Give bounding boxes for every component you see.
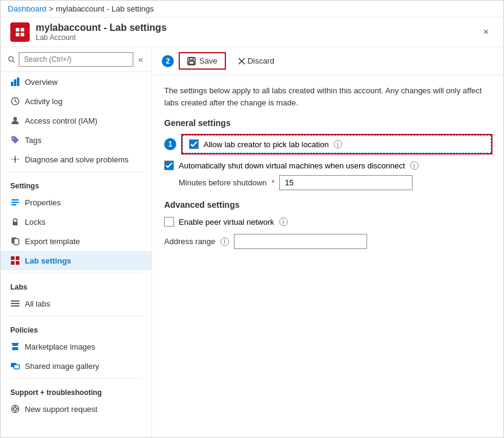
lock-icon [10, 217, 20, 227]
minutes-row: Minutes before shutdown * [164, 175, 491, 190]
info-text: The settings below apply to all labs cre… [164, 85, 491, 108]
title-bar: mylabaccount - Lab settings Lab Account … [1, 18, 503, 47]
sidebar-item-marketplace[interactable]: Marketplace images [1, 337, 151, 356]
sidebar-item-all-labs[interactable]: All labs [1, 294, 151, 313]
close-button[interactable]: × [479, 24, 494, 40]
properties-icon [10, 197, 20, 207]
lab-settings-nav-icon [10, 256, 20, 265]
lab-settings-icon [14, 26, 26, 38]
svg-rect-8 [17, 78, 19, 86]
svg-line-5 [13, 61, 15, 62]
address-info-icon[interactable]: i [220, 237, 229, 246]
breadcrumb: Dashboard > mylabaccount - Lab settings [1, 1, 503, 18]
svg-rect-6 [11, 82, 13, 86]
allow-lab-info-icon[interactable]: i [334, 140, 342, 148]
allow-step-badge: 1 [164, 138, 176, 150]
sidebar-item-properties[interactable]: Properties [1, 193, 151, 212]
svg-rect-15 [12, 204, 16, 205]
advanced-settings-title: Advanced settings [164, 200, 491, 210]
sidebar-item-diagnose[interactable]: Diagnose and solve problems [1, 150, 151, 169]
allow-lab-creator-row: Allow lab creator to pick lab location i [182, 135, 491, 153]
svg-point-11 [13, 138, 15, 139]
sidebar-item-export[interactable]: Export template [1, 231, 151, 251]
settings-section-label: Settings [1, 174, 151, 193]
svg-point-10 [13, 117, 17, 121]
auto-shutdown-row: Automatically shut down virtual machines… [164, 161, 491, 170]
svg-rect-38 [190, 58, 193, 60]
sidebar-label-tags: Tags [25, 136, 41, 145]
auto-shutdown-info-icon[interactable]: i [410, 161, 419, 170]
svg-rect-20 [11, 256, 15, 260]
page-title: mylabaccount - Lab settings [36, 22, 167, 33]
svg-rect-1 [21, 28, 24, 32]
sidebar-label-diagnose: Diagnose and solve problems [25, 155, 128, 164]
all-labs-icon [10, 299, 20, 308]
svg-rect-3 [21, 33, 24, 36]
content-body: The settings below apply to all labs cre… [152, 75, 503, 437]
sidebar-item-support[interactable]: New support request [1, 399, 151, 419]
iam-icon [10, 116, 20, 125]
general-settings-title: General settings [164, 118, 491, 128]
save-button[interactable]: Save [179, 52, 226, 70]
allow-lab-creator-label: Allow lab creator to pick lab location [204, 140, 329, 149]
page-subtitle: Lab Account [36, 33, 167, 42]
svg-rect-14 [12, 202, 19, 203]
sidebar-item-locks[interactable]: Locks [1, 212, 151, 231]
sidebar-item-lab-settings[interactable]: Lab settings [1, 251, 151, 270]
sidebar-label-locks: Locks [25, 217, 45, 227]
sidebar-item-iam[interactable]: Access control (IAM) [1, 111, 151, 130]
discard-icon [238, 58, 245, 65]
address-label: Address range [164, 237, 216, 246]
svg-rect-13 [12, 199, 19, 201]
sidebar-label-all-labs: All labs [25, 299, 50, 308]
breadcrumb-dashboard[interactable]: Dashboard [8, 4, 47, 13]
svg-rect-21 [16, 256, 19, 260]
checkmark-icon [190, 141, 197, 148]
diagnose-icon [10, 154, 20, 164]
peer-network-checkbox[interactable] [164, 217, 174, 227]
marketplace-icon [10, 342, 20, 351]
address-input[interactable] [234, 234, 367, 249]
labs-divider [10, 273, 142, 273]
required-asterisk: * [271, 178, 274, 187]
sidebar: « Overview Activity log [1, 47, 152, 437]
sidebar-label-support: New support request [25, 405, 98, 414]
content-area: 2 Save Discard The [152, 47, 503, 437]
search-icon [8, 55, 15, 64]
activity-log-icon [10, 96, 20, 106]
svg-rect-26 [11, 305, 19, 307]
svg-rect-2 [16, 33, 19, 36]
step-badge: 2 [162, 55, 174, 67]
collapse-sidebar-button[interactable]: « [137, 53, 144, 65]
address-range-row: Address range i [164, 234, 491, 249]
sidebar-item-tags[interactable]: Tags [1, 130, 151, 150]
settings-divider [10, 171, 142, 172]
support-section-label: Support + troubleshooting [1, 381, 151, 399]
sidebar-label-overview: Overview [25, 78, 58, 87]
tag-icon [10, 135, 20, 145]
peer-network-info-icon[interactable]: i [279, 217, 288, 226]
auto-shutdown-checkbox[interactable] [164, 161, 174, 170]
svg-rect-27 [12, 347, 18, 350]
sidebar-label-properties: Properties [25, 198, 61, 207]
sidebar-item-overview[interactable]: Overview [1, 72, 151, 91]
policies-section-label: Policies [1, 319, 151, 337]
discard-button[interactable]: Discard [231, 53, 282, 68]
svg-rect-7 [14, 79, 16, 86]
save-icon [187, 57, 196, 65]
policies-divider [10, 316, 142, 316]
sidebar-label-activity-log: Activity log [25, 97, 62, 106]
svg-point-12 [14, 158, 16, 161]
sidebar-item-shared-gallery[interactable]: Shared image gallery [1, 356, 151, 376]
sidebar-label-marketplace: Marketplace images [25, 342, 95, 351]
svg-rect-24 [11, 300, 19, 302]
gallery-icon [10, 361, 20, 371]
allow-lab-creator-checkbox[interactable] [189, 139, 199, 149]
sidebar-label-shared-gallery: Shared image gallery [25, 362, 99, 371]
svg-point-4 [8, 56, 13, 61]
sidebar-item-activity-log[interactable]: Activity log [1, 91, 151, 111]
search-input[interactable] [19, 52, 134, 67]
minutes-input[interactable] [279, 175, 413, 190]
peer-network-label: Enable peer virtual network [179, 217, 274, 227]
labs-section-label: Labs [1, 276, 151, 294]
